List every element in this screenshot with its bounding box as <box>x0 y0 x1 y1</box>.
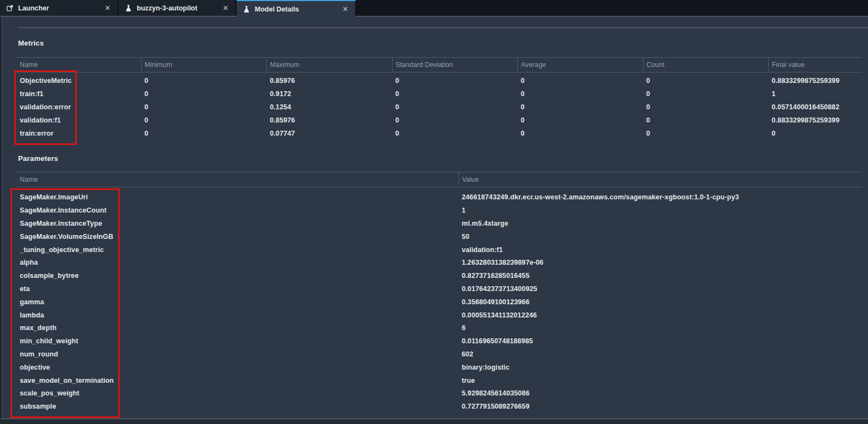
row-name-cell: save_model_on_termination <box>16 374 458 387</box>
table-row: SageMaker.VolumeSizeInGB50 <box>16 230 862 243</box>
row-value-cell: 1.2632803138239897e-06 <box>458 256 862 269</box>
row-value-cell: validation:f1 <box>458 243 862 256</box>
row-value-cell: 0.000551341132012246 <box>458 309 862 322</box>
row-value-cell: 0.3568049100123966 <box>458 295 862 309</box>
row-value-cell: 6 <box>458 321 862 334</box>
column-header: Value <box>458 172 862 187</box>
metrics-table: NameMinimumMaximumStandard DeviationAver… <box>16 57 862 140</box>
row-name-cell: SageMaker.InstanceCount <box>16 204 458 217</box>
table-row: subsample0.7277915089276659 <box>16 400 862 413</box>
row-name-cell: lambda <box>16 309 458 322</box>
tab-model-details[interactable]: Model Details ✕ <box>237 0 356 17</box>
table-row: max_depth6 <box>16 321 862 334</box>
row-value-cell: 0 <box>392 87 518 101</box>
row-name-cell: SageMaker.InstanceType <box>16 217 458 230</box>
row-value-cell: 0 <box>643 127 769 140</box>
row-name-cell: max_depth <box>16 321 458 334</box>
flask-icon <box>125 4 132 12</box>
column-header: Standard Deviation <box>392 58 518 72</box>
table-header-row: NameMinimumMaximumStandard DeviationAver… <box>16 58 862 72</box>
tab-bar: Launcher ✕ buzzyn-3-autopilot ✕ Model De… <box>0 0 868 16</box>
table-row: validation:error00.12540000.057140001645… <box>16 101 862 114</box>
row-name-cell: scale_pos_weight <box>16 387 458 400</box>
row-name-cell: validation:f1 <box>16 114 141 127</box>
row-value-cell: 0.85976 <box>267 114 393 127</box>
row-value-cell: 0 <box>643 101 769 114</box>
model-details-screen: Launcher ✕ buzzyn-3-autopilot ✕ Model De… <box>0 0 868 424</box>
table-row: train:f100.91720001 <box>16 87 862 101</box>
row-value-cell: 0 <box>643 87 769 101</box>
table-row: save_model_on_terminationtrue <box>16 374 862 387</box>
table-header-row: NameValue <box>16 172 862 187</box>
row-value-cell: 0 <box>392 114 518 127</box>
row-name-cell: SageMaker.ImageUri <box>16 191 458 204</box>
row-name-cell: num_round <box>16 348 458 361</box>
row-name-cell: validation:error <box>16 101 141 114</box>
metrics-section-title: Metrics <box>18 39 44 47</box>
row-value-cell: 0.8833299875259399 <box>769 114 863 127</box>
row-value-cell: 0 <box>141 127 267 140</box>
table-row: SageMaker.InstanceCount1 <box>16 204 862 217</box>
row-value-cell: 0 <box>643 75 769 88</box>
row-value-cell: 50 <box>458 230 862 243</box>
tab-launcher[interactable]: Launcher ✕ <box>0 0 118 16</box>
table-row: num_round602 <box>16 348 862 361</box>
row-value-cell: 0.85976 <box>267 75 393 88</box>
row-value-cell: 1 <box>769 87 863 101</box>
table-row: eta0.017642373713400925 <box>16 282 862 295</box>
table-row: _tuning_objective_metricvalidation:f1 <box>16 243 862 256</box>
table-row: objectivebinary:logistic <box>16 361 862 374</box>
tab-label: Launcher <box>18 4 49 12</box>
row-value-cell: 0 <box>141 101 267 114</box>
row-value-cell: 0.8833299875259399 <box>769 75 863 88</box>
row-value-cell: 0.8273716285016455 <box>458 269 862 282</box>
row-value-cell: 0 <box>141 87 267 101</box>
row-name-cell: subsample <box>16 400 458 413</box>
row-value-cell: true <box>458 374 862 387</box>
parameters-section-title: Parameters <box>18 154 58 163</box>
row-value-cell: 0 <box>141 114 267 127</box>
table-row: validation:f100.859760000.88332998752593… <box>16 114 862 127</box>
row-name-cell: alpha <box>16 256 458 269</box>
table-row: min_child_weight0.01169650748188985 <box>16 334 862 348</box>
table-row: alpha1.2632803138239897e-06 <box>16 256 862 269</box>
table-row: train:error00.077470000 <box>16 127 862 140</box>
close-icon[interactable]: ✕ <box>103 4 112 13</box>
row-value-cell: 0.9172 <box>267 87 393 101</box>
row-value-cell: 0.7277915089276659 <box>458 400 862 413</box>
column-header: Count <box>643 58 769 72</box>
table-row: gamma0.3568049100123966 <box>16 295 862 309</box>
row-value-cell: 0 <box>518 114 643 127</box>
row-name-cell: min_child_weight <box>16 334 458 348</box>
table-row: colsample_bytree0.8273716285016455 <box>16 269 862 282</box>
table-row: SageMaker.ImageUri246618743249.dkr.ecr.u… <box>16 191 862 204</box>
close-icon[interactable]: ✕ <box>221 4 230 13</box>
table-row: scale_pos_weight5.9298245614035086 <box>16 387 862 400</box>
row-value-cell: 0.1254 <box>267 101 393 114</box>
row-value-cell: 0 <box>769 127 863 140</box>
panel-bottom-edge <box>0 419 868 424</box>
row-name-cell: SageMaker.VolumeSizeInGB <box>16 230 458 243</box>
row-name-cell: gamma <box>16 295 458 309</box>
column-header: Name <box>16 172 458 187</box>
tab-label: Model Details <box>255 5 299 13</box>
row-value-cell: 602 <box>458 348 862 361</box>
parameters-table: NameValue SageMaker.ImageUri246618743249… <box>16 172 862 413</box>
column-header: Maximum <box>267 58 393 72</box>
row-value-cell: 0 <box>392 127 518 140</box>
row-name-cell: ObjectiveMetric <box>16 75 141 88</box>
row-value-cell: 0.0571400016450882 <box>769 101 863 114</box>
row-value-cell: 0 <box>141 75 267 88</box>
close-icon[interactable]: ✕ <box>341 5 350 14</box>
launcher-icon <box>6 4 14 12</box>
column-header: Final value <box>769 58 863 72</box>
row-value-cell: 0 <box>392 75 518 88</box>
flask-icon <box>243 5 250 13</box>
tab-label: buzzyn-3-autopilot <box>137 4 197 12</box>
tab-buzzyn-3-autopilot[interactable]: buzzyn-3-autopilot ✕ <box>119 0 236 16</box>
row-name-cell: _tuning_objective_metric <box>16 243 458 256</box>
row-value-cell: 0.07747 <box>267 127 393 140</box>
row-value-cell: 0 <box>518 87 643 101</box>
row-name-cell: train:error <box>16 127 141 140</box>
row-value-cell: 0 <box>518 101 643 114</box>
